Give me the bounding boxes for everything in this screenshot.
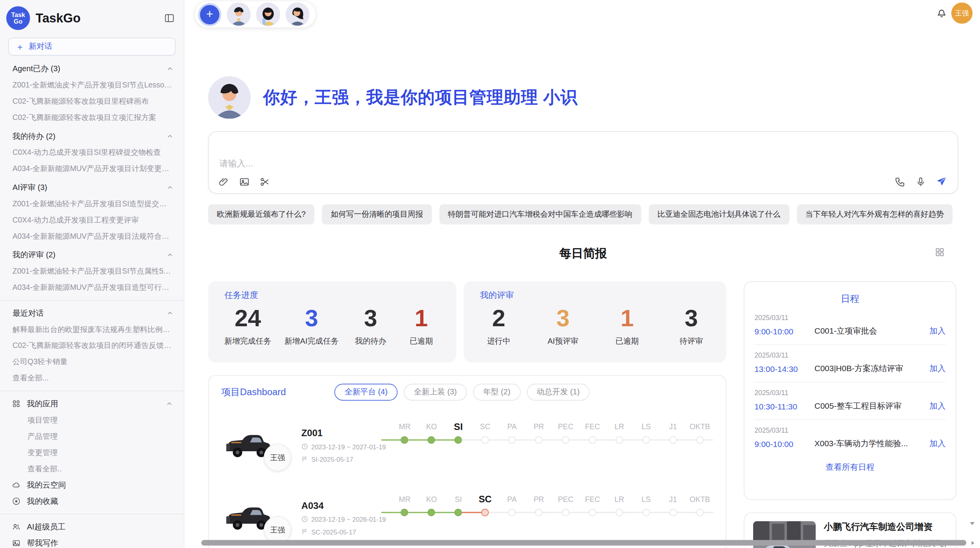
chevron-up-icon[interactable] xyxy=(166,132,174,140)
dashboard-tab[interactable]: 年型 (2) xyxy=(473,384,520,401)
avatar[interactable] xyxy=(227,2,250,26)
cloud-space-label: 我的云空间 xyxy=(27,480,66,490)
chevron-up-icon[interactable] xyxy=(166,251,174,259)
divider xyxy=(0,390,184,391)
stat: 1 已逾期 xyxy=(403,304,440,347)
milestone-oktb: OKTB xyxy=(686,420,713,446)
dashboard-tab[interactable]: 动总开发 (1) xyxy=(527,384,590,401)
section-ai-review[interactable]: AI评审 (3) xyxy=(0,179,184,195)
project-row[interactable]: 王强 A034 2023-12-19 ~ 2026-01-19 SC-2025-… xyxy=(221,489,713,545)
microphone-icon[interactable] xyxy=(915,176,926,187)
schedule-event: 2025/03/11 9:00-10:00 X003-车辆动力学性能验... 加… xyxy=(754,420,946,457)
milestone-dot xyxy=(508,436,516,444)
suggestion-chip[interactable]: 当下年轻人对汽车外观有怎样的喜好趋势 xyxy=(797,204,953,224)
section-my-review[interactable]: 我的评审 (2) xyxy=(0,247,184,263)
project-vehicle-image: 王强 xyxy=(221,426,275,464)
project-row[interactable]: 王强 Z001 2023-12-19 ~ 2027-01-19 SI-2025-… xyxy=(221,417,713,473)
add-contact-button[interactable]: + xyxy=(198,3,221,26)
avatar[interactable] xyxy=(256,2,280,26)
milestone-dot xyxy=(455,509,462,516)
event-join-link[interactable]: 加入 xyxy=(929,325,946,337)
sidebar-collapse-icon[interactable] xyxy=(164,12,175,24)
paperclip-icon[interactable] xyxy=(218,176,230,187)
stat: 2 进行中 xyxy=(480,304,517,347)
people-icon xyxy=(11,522,21,531)
list-item[interactable]: A034-全新新能源MUV产品开发项目计划变更表编写 xyxy=(0,161,184,177)
list-item[interactable]: C0X4-动力总成开发项目SI里程碑提交物检查 xyxy=(0,144,184,161)
chevron-up-icon[interactable] xyxy=(166,309,174,317)
list-item[interactable]: C02-飞腾新能源轻客改款项目里程碑画布 xyxy=(0,93,184,110)
suggestion-chip[interactable]: 如何写一份清晰的项目周报 xyxy=(322,204,432,224)
list-item[interactable]: C02-飞腾新能源轻客改款项目立项汇报方案 xyxy=(0,110,184,126)
scissors-icon[interactable] xyxy=(259,176,271,187)
recent-view-all-link[interactable]: 查看全部... xyxy=(0,370,184,386)
send-icon[interactable] xyxy=(936,176,948,188)
brand-title: TaskGo xyxy=(36,11,158,25)
project-dashboard: 项目Dashboard 全新平台 (4)全新上装 (3)年型 (2)动总开发 (… xyxy=(208,375,726,548)
horizontal-scrollbar-thumb[interactable] xyxy=(201,540,966,546)
list-item[interactable]: 公司Q3轻卡销量 xyxy=(0,354,184,370)
notification-bell-icon[interactable] xyxy=(936,7,948,19)
clock-icon xyxy=(301,443,308,450)
assistant-avatar xyxy=(208,76,251,119)
task-progress-stats: 24 新增完成任务 3 新增AI完成任务 3 我的待办 1 已逾期 xyxy=(224,304,440,347)
image-icon[interactable] xyxy=(239,176,250,187)
view-all-schedule-link[interactable]: 查看所有日程 xyxy=(754,462,946,473)
suggestion-chip[interactable]: 比亚迪全固态电池计划具体说了什么 xyxy=(649,204,789,224)
section-agent-done[interactable]: Agent已办 (3) xyxy=(0,61,184,77)
phone-icon[interactable] xyxy=(894,176,906,187)
suggestion-chip[interactable]: 欧洲新规最近颁布了什么? xyxy=(208,204,315,224)
stat-value: 1 xyxy=(403,304,440,334)
stat-label: 进行中 xyxy=(480,336,517,346)
recent-chats-list: 解释最新出台的欧盟报废车法规再生塑料比例被调至15%...C02-飞腾新能源轻客… xyxy=(0,321,184,370)
stat-value: 1 xyxy=(608,304,646,334)
app-item[interactable]: 项目管理 xyxy=(0,412,184,428)
chevron-up-icon[interactable] xyxy=(164,400,174,408)
project-info: A034 2023-12-19 ~ 2026-01-19 SC-2025-05-… xyxy=(301,500,387,535)
sidebar-item-ai-employee[interactable]: AI超级员工 xyxy=(0,519,184,535)
my-apps-label: 我的应用 xyxy=(27,398,58,409)
event-join-link[interactable]: 加入 xyxy=(929,363,946,374)
milestone-dot xyxy=(615,436,623,444)
user-avatar[interactable]: 王强 xyxy=(951,2,973,24)
chat-input-card[interactable]: 请输入... xyxy=(208,131,958,194)
my-review-card: 我的评审 2 进行中 3 AI预评审 1 已逾期 3 xyxy=(464,281,726,363)
list-item[interactable]: C0X4-动力总成开发项目工程变更评审 xyxy=(0,212,184,228)
dashboard-tab[interactable]: 全新上装 (3) xyxy=(404,384,467,401)
event-join-link[interactable]: 加入 xyxy=(929,438,946,449)
section-my-todo-list: C0X4-动力总成开发项目SI里程碑提交物检查A034-全新新能源MUV产品开发… xyxy=(0,144,184,177)
scroll-right-arrow[interactable] xyxy=(971,541,975,545)
new-chat-button[interactable]: ＋ 新对话 xyxy=(8,38,176,56)
sidebar-item-favorites[interactable]: 我的收藏 xyxy=(0,493,184,509)
stat-label: 新增完成任务 xyxy=(224,336,271,346)
list-item[interactable]: A034-全新新能源MUV产品开发项目法规符合性评审 xyxy=(0,228,184,244)
section-recent-chats[interactable]: 最近对话 xyxy=(0,305,184,321)
list-item[interactable]: 解释最新出台的欧盟报废车法规再生塑料比例被调至15%... xyxy=(0,321,184,337)
list-item[interactable]: C02-飞腾新能源轻客改款项目的闭环通告反馈情况 xyxy=(0,337,184,354)
daily-briefing-title: 每日简报 xyxy=(208,246,958,262)
event-join-link[interactable]: 加入 xyxy=(929,401,946,412)
scroll-down-arrow[interactable] xyxy=(970,522,975,525)
chevron-up-icon[interactable] xyxy=(166,65,174,72)
apps-view-all-link[interactable]: 查看全部.. xyxy=(0,461,184,477)
app-item[interactable]: 变更管理 xyxy=(0,444,184,461)
list-item[interactable]: Z001-全新燃油皮卡产品开发项目SI节点Lesson Learn报告 xyxy=(0,77,184,93)
milestone-mr: MR xyxy=(391,420,418,446)
list-item[interactable]: A034-全新新能源MUV产品开发项目造型可行性评审 xyxy=(0,279,184,296)
dashboard-tab[interactable]: 全新平台 (4) xyxy=(335,384,398,401)
avatar[interactable] xyxy=(286,2,309,26)
app-item[interactable]: 产品管理 xyxy=(0,428,184,444)
suggestion-chip[interactable]: 特朗普可能对进口汽车增税会对中国车企造成哪些影响 xyxy=(439,204,641,224)
list-item[interactable]: Z001-全新燃油轻卡产品开发项目SI造型提交物评审 xyxy=(0,195,184,212)
layout-grid-icon[interactable] xyxy=(934,247,945,257)
sidebar-item-my-apps[interactable]: 我的应用 xyxy=(0,396,184,412)
chevron-up-icon[interactable] xyxy=(166,184,174,191)
milestone-dot xyxy=(401,436,408,444)
news-title: 小鹏飞行汽车制造公司增资 xyxy=(824,521,947,533)
sidebar-item-help-write[interactable]: 帮我写作 xyxy=(0,535,184,548)
milestone-pec: PEC xyxy=(552,492,579,518)
list-item[interactable]: Z001-全新燃油轻卡产品开发项目SI节点属性5D文件评审 xyxy=(0,263,184,279)
section-my-todo[interactable]: 我的待办 (2) xyxy=(0,128,184,144)
sidebar-item-cloud-space[interactable]: 我的云空间 xyxy=(0,477,184,493)
milestone-oktb: OKTB xyxy=(686,492,713,518)
